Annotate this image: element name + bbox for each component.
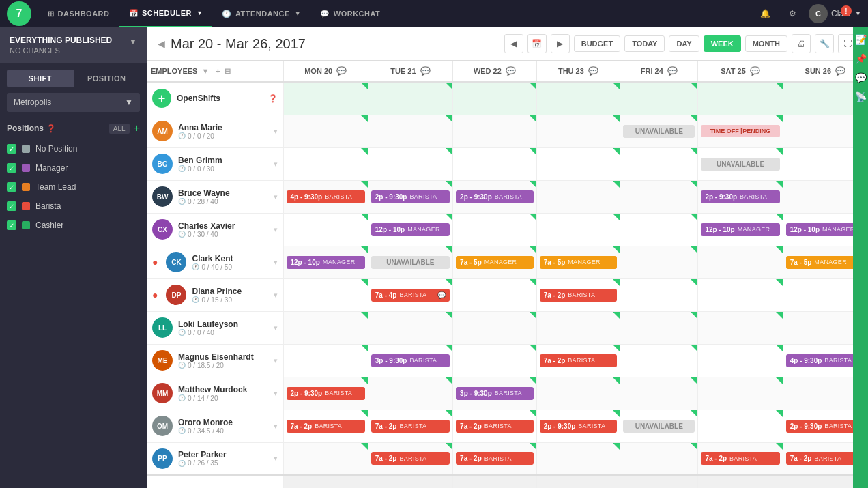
shift-block[interactable]: 2p - 9:30p BARISTA [371,190,450,203]
shift-cell-sat[interactable]: 12p - 10p MANAGER [698,213,783,246]
day-button[interactable]: DAY [669,35,699,52]
shift-cell-tue[interactable] [368,115,452,147]
shift-cell-fri[interactable] [620,82,698,115]
shift-cell-tue[interactable]: 3p - 9:30p BARISTA [368,344,452,377]
shift-cell-tue[interactable]: 7a - 4p BARISTA 💬 [368,278,452,311]
shift-cell-wed[interactable]: 7a - 2p BARISTA [453,410,537,442]
thu-chat-icon[interactable]: 💬 [588,66,598,76]
position-checkbox-0[interactable] [7,144,16,154]
shift-cell-thu[interactable]: 7a - 5p MANAGER [536,246,620,278]
employee-options-icon[interactable]: ▾ [274,324,278,332]
tab-shift[interactable]: SHIFT [7,70,74,87]
shift-block[interactable]: 7a - 2p BARISTA [371,452,450,465]
shift-cell-wed[interactable]: 2p - 9:30p BARISTA [453,180,537,213]
tab-position[interactable]: POSITION [74,70,141,87]
shift-cell-mon[interactable] [283,311,368,344]
location-select[interactable]: Metropolis ▼ [7,93,140,112]
shift-cell-sat[interactable] [698,278,783,311]
month-button[interactable]: MONTH [745,35,787,52]
shift-cell-fri[interactable] [620,278,698,311]
shift-block[interactable]: 7a - 2p BARISTA [540,289,618,302]
shift-cell-fri[interactable]: UNAVAILABLE [620,115,698,147]
shift-cell-tue[interactable] [368,147,452,180]
right-panel-icon-2[interactable]: 📌 [855,53,867,64]
shift-cell-tue[interactable]: 12p - 10p MANAGER [368,213,452,246]
shift-cell-mon[interactable] [283,82,368,115]
shift-cell-sat[interactable] [698,410,783,442]
shift-cell-thu[interactable] [536,311,620,344]
shift-cell-thu[interactable] [536,180,620,213]
employee-options-icon[interactable]: ⊟ [225,67,231,76]
employee-options-icon[interactable]: ▾ [274,389,278,398]
position-item-cashier[interactable]: Cashier [0,216,147,235]
tools-button[interactable]: 🔧 [815,34,834,53]
prev-week-button[interactable]: ◀ [504,34,523,53]
right-panel-icon-4[interactable]: 📡 [855,91,867,102]
positions-add-button[interactable]: + [134,123,140,134]
shift-block[interactable]: 7a - 5p MANAGER [540,256,618,269]
employee-options-icon[interactable]: ▾ [274,160,278,169]
wed-chat-icon[interactable]: 💬 [506,66,516,76]
employee-options-icon[interactable]: ▾ [274,356,278,365]
shift-block[interactable]: 12p - 10p MANAGER [371,223,450,236]
shift-cell-mon[interactable] [283,344,368,377]
shift-cell-mon[interactable]: 7a - 2p BARISTA [283,410,368,442]
shift-block[interactable]: 3p - 9:30p BARISTA [456,387,534,400]
shift-cell-wed[interactable] [453,147,537,180]
shift-cell-mon[interactable]: 2p - 9:30p BARISTA [283,377,368,410]
shift-block[interactable]: 4p - 9:30p BARISTA [287,190,365,203]
shift-block[interactable]: 12p - 10p MANAGER [701,223,779,236]
nav-scheduler[interactable]: 📅 SCHEDULER ▼ [119,0,213,27]
shift-cell-tue[interactable]: 7a - 2p BARISTA [368,442,452,475]
shift-cell-sat[interactable] [698,311,783,344]
shift-cell-fri[interactable]: UNAVAILABLE [620,410,698,442]
shift-chat-icon[interactable]: 💬 [437,291,446,299]
position-checkbox-2[interactable] [7,182,16,192]
shift-cell-tue[interactable]: UNAVAILABLE [368,246,452,278]
shift-cell-fri[interactable] [620,311,698,344]
print-button[interactable]: 🖨 [792,34,811,53]
sun-chat-icon[interactable]: 💬 [835,66,845,76]
position-item-barista[interactable]: Barista [0,197,147,216]
position-item-team-lead[interactable]: Team Lead [0,177,147,197]
shift-block[interactable]: 7a - 2p BARISTA [456,452,534,465]
shift-cell-fri[interactable] [620,180,698,213]
shift-cell-wed[interactable] [453,213,537,246]
shift-cell-sat[interactable]: 2p - 9:30p BARISTA [698,180,783,213]
shift-cell-mon[interactable] [283,213,368,246]
shift-cell-thu[interactable] [536,82,620,115]
shift-cell-tue[interactable]: 7a - 2p BARISTA [368,410,452,442]
shift-cell-wed[interactable]: 7a - 5p MANAGER [453,246,537,278]
shift-cell-wed[interactable] [453,311,537,344]
shift-cell-sat[interactable] [698,377,783,410]
shift-cell-thu[interactable]: 7a - 2p BARISTA [536,278,620,311]
shift-cell-fri[interactable] [620,147,698,180]
shift-cell-sat[interactable] [698,246,783,278]
shift-cell-fri[interactable] [620,213,698,246]
shift-block[interactable]: 12p - 10p MANAGER [287,256,365,269]
employee-options-icon[interactable]: ▾ [274,454,278,463]
fri-chat-icon[interactable]: 💬 [667,66,678,76]
budget-button[interactable]: BUDGET [574,35,620,52]
today-button[interactable]: TODAY [624,35,665,52]
shift-cell-mon[interactable] [283,147,368,180]
nav-workchat[interactable]: 💬 WORKCHAT [310,0,390,27]
shift-block[interactable]: 7a - 2p BARISTA [456,420,534,433]
week-button[interactable]: WEEK [704,35,741,52]
shift-cell-sat[interactable] [698,344,783,377]
shift-cell-wed[interactable]: 7a - 2p BARISTA [453,442,537,475]
shift-cell-tue[interactable] [368,311,452,344]
sidebar-collapse-button[interactable]: ◀ [158,38,165,49]
mon-chat-icon[interactable]: 💬 [336,66,347,76]
tue-chat-icon[interactable]: 💬 [420,66,431,76]
shift-cell-tue[interactable]: 2p - 9:30p BARISTA [368,180,452,213]
positions-all-button[interactable]: ALL [109,124,130,134]
shift-cell-mon[interactable] [283,442,368,475]
employee-add-icon[interactable]: + [216,67,220,75]
employee-options-icon[interactable]: ▾ [274,225,278,234]
shift-cell-fri[interactable] [620,246,698,278]
employee-sort-icon[interactable]: ▼ [201,67,209,75]
sat-chat-icon[interactable]: 💬 [750,66,760,76]
shift-cell-thu[interactable]: 2p - 9:30p BARISTA [536,410,620,442]
shift-cell-mon[interactable]: 12p - 10p MANAGER [283,246,368,278]
